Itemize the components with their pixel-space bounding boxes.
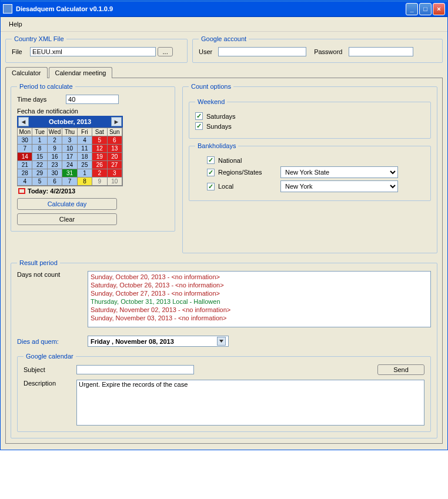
cal-day[interactable]: 7 xyxy=(18,145,32,153)
result-line: Saturday, October 26, 2013 - <no informa… xyxy=(91,281,428,289)
cal-dow: Fri xyxy=(78,128,92,136)
cal-day[interactable]: 22 xyxy=(32,161,47,169)
cal-day[interactable]: 14 xyxy=(18,153,32,161)
cal-day[interactable]: 30 xyxy=(18,136,32,145)
cal-day[interactable]: 2 xyxy=(92,169,107,178)
cal-day[interactable]: 19 xyxy=(92,153,107,161)
tab-panel-calculator: Period to calculate Time days Fecha de n… xyxy=(5,78,443,444)
result-line: Sunday, October 27, 2013 - <no informati… xyxy=(91,289,428,297)
cal-day[interactable]: 10 xyxy=(62,145,77,153)
browse-button[interactable]: ... xyxy=(158,47,173,56)
cal-day[interactable]: 8 xyxy=(78,178,92,186)
subject-input[interactable] xyxy=(76,365,194,374)
bankholidays-legend: Bankholidays xyxy=(195,142,238,149)
cal-dow: Thu xyxy=(62,128,77,136)
local-select[interactable]: New York xyxy=(280,180,398,192)
cal-next-button[interactable]: ► xyxy=(111,117,122,126)
cal-day[interactable]: 3 xyxy=(108,169,122,178)
cal-prev-button[interactable]: ◄ xyxy=(18,117,29,126)
google-calendar-group: Google calendar Subject Send Description xyxy=(17,353,431,432)
cal-day[interactable]: 23 xyxy=(48,161,62,169)
regions-checkbox[interactable]: ✓ xyxy=(207,169,215,176)
fecha-label: Fecha de notificación xyxy=(17,108,169,115)
today-indicator-icon xyxy=(18,188,25,194)
cal-day[interactable]: 20 xyxy=(108,153,122,161)
cal-day[interactable]: 5 xyxy=(32,178,47,186)
cal-day[interactable]: 24 xyxy=(62,161,77,169)
cal-day[interactable]: 6 xyxy=(108,136,122,145)
cal-day[interactable]: 31 xyxy=(62,169,77,178)
cal-day[interactable]: 18 xyxy=(78,153,92,161)
cal-day[interactable]: 17 xyxy=(62,153,77,161)
description-textarea[interactable] xyxy=(76,380,424,426)
cal-day[interactable]: 29 xyxy=(32,169,47,178)
description-label: Description xyxy=(24,380,71,426)
password-input[interactable] xyxy=(349,47,413,56)
result-line: Sunday, November 03, 2013 - <no informat… xyxy=(91,314,428,322)
cal-title[interactable]: October, 2013 xyxy=(29,118,111,125)
cal-day[interactable]: 2 xyxy=(48,136,62,145)
days-not-count-list[interactable]: Sunday, October 20, 2013 - <no informati… xyxy=(88,271,431,327)
cal-day[interactable]: 21 xyxy=(18,161,32,169)
app-icon xyxy=(3,4,12,14)
cal-day[interactable]: 9 xyxy=(48,145,62,153)
send-button[interactable]: Send xyxy=(377,364,424,375)
local-checkbox[interactable]: ✓ xyxy=(207,183,215,190)
minimize-button[interactable]: _ xyxy=(406,3,418,15)
cal-day[interactable]: 3 xyxy=(62,136,77,145)
cal-day[interactable]: 25 xyxy=(78,161,92,169)
cal-grid: MonTueWedThuFriSatSun3012345678910111213… xyxy=(17,128,123,186)
cal-day[interactable]: 7 xyxy=(62,178,77,186)
cal-day[interactable]: 1 xyxy=(78,169,92,178)
tab-calculator[interactable]: Calculator xyxy=(5,67,48,78)
today-label: Today: 4/2/2013 xyxy=(28,187,75,195)
saturdays-label: Saturdays xyxy=(206,113,236,120)
cal-day[interactable]: 28 xyxy=(18,169,32,178)
client-area: Country XML File File ... Google account… xyxy=(1,32,447,450)
clear-button[interactable]: Clear xyxy=(17,213,117,225)
national-checkbox[interactable]: ✓ xyxy=(207,156,215,164)
menu-help[interactable]: Help xyxy=(5,19,26,29)
cal-day[interactable]: 6 xyxy=(48,178,62,186)
cal-day[interactable]: 16 xyxy=(48,153,62,161)
close-button[interactable]: × xyxy=(433,3,445,15)
count-options-group: Count options Weekend ✓Saturdays ✓Sunday… xyxy=(182,83,437,253)
weekend-group: Weekend ✓Saturdays ✓Sundays xyxy=(189,98,431,139)
cal-day[interactable]: 4 xyxy=(78,136,92,145)
cal-day[interactable]: 30 xyxy=(48,169,62,178)
cal-dow: Wed xyxy=(48,128,62,136)
file-input[interactable] xyxy=(30,47,156,56)
regions-label: Regions/States xyxy=(218,169,277,176)
sundays-checkbox[interactable]: ✓ xyxy=(195,122,203,130)
titlebar[interactable]: Diesadquem Calculator v0.1.0.9 _ □ × xyxy=(1,1,447,17)
cal-day[interactable]: 26 xyxy=(92,161,107,169)
cal-day[interactable]: 11 xyxy=(78,145,92,153)
cal-day[interactable]: 1 xyxy=(32,136,47,145)
cal-day[interactable]: 9 xyxy=(92,178,107,186)
cal-today-row[interactable]: Today: 4/2/2013 xyxy=(17,186,123,195)
cal-day[interactable]: 15 xyxy=(32,153,47,161)
cal-day[interactable]: 27 xyxy=(108,161,122,169)
time-days-input[interactable] xyxy=(66,95,119,104)
cal-day[interactable]: 13 xyxy=(108,145,122,153)
local-label: Local xyxy=(218,183,277,190)
dies-ad-quem-picker[interactable]: Friday , November 08, 2013 xyxy=(88,336,229,347)
maximize-button[interactable]: □ xyxy=(419,3,432,15)
result-line: Thursday, October 31, 2013 Local - Hallo… xyxy=(91,297,428,306)
calculate-button[interactable]: Calculate day xyxy=(17,198,117,210)
user-input[interactable] xyxy=(218,47,306,56)
saturdays-checkbox[interactable]: ✓ xyxy=(195,112,203,120)
time-days-label: Time days xyxy=(17,96,64,103)
result-period-legend: Result period xyxy=(17,259,60,266)
cal-day[interactable]: 8 xyxy=(32,145,47,153)
count-options-legend: Count options xyxy=(189,83,233,90)
result-line: Saturday, November 02, 2013 - <no inform… xyxy=(91,306,428,314)
tab-calendar-meeting[interactable]: Calendar meeting xyxy=(49,67,113,78)
cal-day[interactable]: 12 xyxy=(92,145,107,153)
regions-select[interactable]: New York State xyxy=(280,166,398,178)
cal-day[interactable]: 10 xyxy=(108,178,122,186)
cal-day[interactable]: 5 xyxy=(92,136,107,145)
cal-day[interactable]: 4 xyxy=(18,178,32,186)
days-not-count-label: Days not count xyxy=(17,271,82,327)
file-label: File xyxy=(12,48,28,55)
